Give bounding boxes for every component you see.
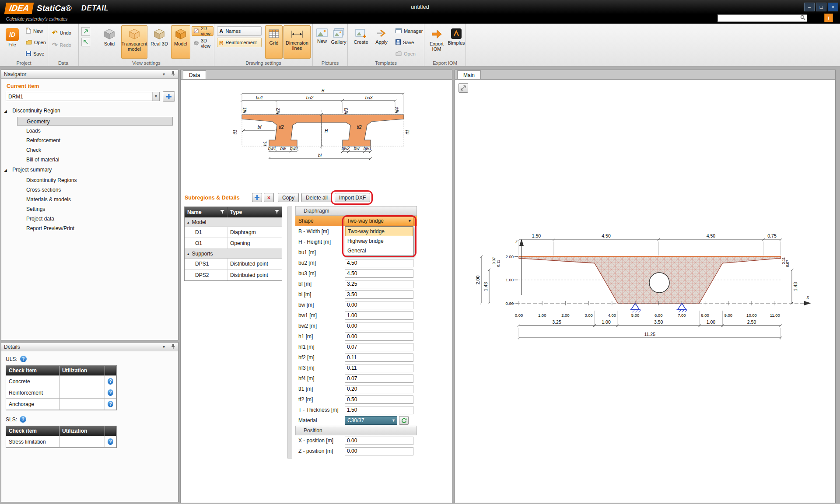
pin-icon[interactable] (171, 71, 175, 78)
bimplus-button[interactable]: Bimplus (448, 25, 465, 59)
pin-icon[interactable] (171, 343, 175, 350)
table-row[interactable]: DPS2 Distributed point (185, 270, 282, 280)
picture-new-button[interactable]: New (315, 25, 329, 59)
sidebar-item-reinforcement[interactable]: Reinforcement (17, 136, 173, 145)
sidebar-item-cross-sections[interactable]: Cross-sections (17, 186, 173, 194)
transparent-model-button[interactable]: Transparent model (121, 25, 147, 59)
material-refresh-button[interactable] (399, 416, 409, 425)
prop-input-bw2[interactable] (345, 322, 413, 330)
template-manager-button[interactable]: Manager (393, 26, 422, 36)
add-discontinuity-region-button[interactable] (163, 91, 175, 102)
table-row[interactable]: D1 Diaphragm (185, 227, 282, 238)
table-row[interactable]: O1 Opening (185, 238, 282, 249)
file-button[interactable]: ID File (3, 25, 22, 59)
export-iom-button[interactable]: Export IOM (426, 25, 447, 59)
search-icon[interactable] (799, 15, 807, 21)
undo-button[interactable]: ↶ Undo (50, 28, 76, 38)
table-row[interactable]: DPS1 Distributed point (185, 259, 282, 270)
prop-input-x-position[interactable] (345, 437, 413, 445)
filter-icon[interactable] (275, 209, 279, 215)
panel-menu-icon[interactable]: ▾ (163, 344, 165, 349)
sidebar-item-geometry[interactable]: Geometry (17, 117, 173, 126)
prop-input-hf4[interactable] (345, 374, 413, 383)
prop-input-bw1[interactable] (345, 312, 413, 320)
shape-dropdown[interactable]: Two-way bridge ▼ (345, 217, 413, 225)
new-project-button[interactable]: New (24, 26, 46, 36)
delete-all-button[interactable]: Delete all (301, 193, 332, 202)
prop-input-z-position[interactable] (345, 447, 413, 455)
dropdown-option-two-way-bridge[interactable]: Two-way bridge (345, 227, 413, 236)
delete-subregion-button[interactable]: × (264, 193, 274, 202)
close-button[interactable]: × (828, 3, 838, 11)
material-dropdown[interactable]: C30/37 ▼ (345, 416, 397, 425)
help-icon[interactable]: ? (108, 401, 113, 407)
save-project-button[interactable]: Save (24, 49, 46, 59)
sidebar-item-report-preview-print[interactable]: Report Preview/Print (17, 224, 173, 233)
current-item-dropdown[interactable]: DRM1 ▼ (6, 92, 160, 101)
template-save-button[interactable]: Save (393, 38, 422, 47)
axonometry-button-1[interactable] (81, 27, 90, 36)
open-project-button[interactable]: Open (24, 38, 46, 47)
import-dxf-button[interactable]: Import DXF (335, 193, 370, 202)
sidebar-item-bill-of-material[interactable]: Bill of material (17, 155, 173, 164)
info-button[interactable]: i (824, 14, 833, 22)
prop-input-bl[interactable] (345, 290, 413, 299)
axonometry-button-2[interactable] (81, 38, 90, 46)
tree-expander-icon[interactable]: ◢ (4, 109, 11, 113)
tree-group-discontinuity-region[interactable]: ◢ Discontinuity Region (4, 108, 60, 114)
add-subregion-button[interactable] (252, 193, 262, 202)
help-icon[interactable]: ? (108, 378, 113, 385)
uls-help-icon[interactable]: ? (20, 356, 27, 362)
model-view-button[interactable]: Model (171, 25, 190, 59)
names-toggle[interactable]: A Names (217, 26, 262, 36)
prop-input-h1[interactable] (345, 332, 413, 341)
reinforcement-toggle[interactable]: R Reinforcement (217, 38, 262, 47)
real-3d-button[interactable]: Real 3D (149, 25, 170, 59)
minimize-button[interactable]: – (804, 3, 815, 11)
tab-main[interactable]: Main (457, 70, 481, 80)
filter-icon[interactable] (220, 209, 224, 215)
tree-expander-icon[interactable]: ◢ (4, 168, 11, 172)
prop-input-hf2[interactable] (345, 354, 413, 362)
view-3d-button[interactable]: 3D view (192, 38, 214, 48)
sidebar-item-check[interactable]: Check (17, 146, 173, 154)
maximize-button[interactable]: □ (816, 3, 826, 11)
panel-menu-icon[interactable]: ▾ (163, 72, 165, 77)
search-box[interactable] (718, 14, 807, 22)
prop-input-thickness[interactable] (345, 406, 413, 414)
prop-input-bw[interactable] (345, 301, 413, 309)
prop-input-tf2[interactable] (345, 396, 413, 404)
sidebar-item-loads[interactable]: Loads (17, 126, 173, 135)
dropdown-option-highway-bridge[interactable]: Highway bridge (345, 236, 413, 246)
help-icon[interactable]: ? (108, 438, 113, 445)
sidebar-item-settings[interactable]: Settings (17, 205, 173, 214)
prop-input-hf1[interactable] (345, 343, 413, 351)
dimension-lines-button[interactable]: Dimension lines (284, 25, 311, 59)
template-create-button[interactable]: Create (351, 25, 371, 59)
copy-button[interactable]: Copy (278, 193, 299, 202)
template-apply-button[interactable]: Apply (372, 25, 391, 59)
table-group-model[interactable]: ▴ Model (185, 217, 282, 227)
help-icon[interactable]: ? (108, 389, 113, 396)
table-group-supports[interactable]: ▴ Supports (185, 249, 282, 259)
group-expander-icon[interactable]: ▴ (187, 220, 189, 224)
solid-view-button[interactable]: Solid (99, 25, 120, 59)
tree-group-project-summary[interactable]: ◢ Project summary (4, 167, 52, 173)
dropdown-option-general[interactable]: General (345, 246, 413, 256)
search-input[interactable] (718, 15, 799, 21)
prop-input-bf[interactable] (345, 280, 413, 288)
prop-input-hf3[interactable] (345, 364, 413, 372)
sidebar-item-project-data[interactable]: Project data (17, 214, 173, 223)
splitter-handle[interactable] (287, 206, 292, 458)
prop-input-tf1[interactable] (345, 385, 413, 393)
tab-data[interactable]: Data (183, 70, 206, 80)
view-2d-button[interactable]: 2D view (192, 26, 214, 36)
fit-view-button[interactable] (458, 83, 468, 93)
sidebar-item-materials-models[interactable]: Materials & models (17, 195, 173, 204)
prop-input-bu3[interactable] (345, 270, 413, 278)
grid-button[interactable]: Grid (265, 25, 283, 59)
template-open-button[interactable]: Open (393, 49, 422, 59)
redo-button[interactable]: ↷ Redo (50, 40, 76, 50)
sidebar-item-discontinuity-regions[interactable]: Discontinuity Regions (17, 176, 173, 185)
prop-input-bu2[interactable] (345, 259, 413, 267)
